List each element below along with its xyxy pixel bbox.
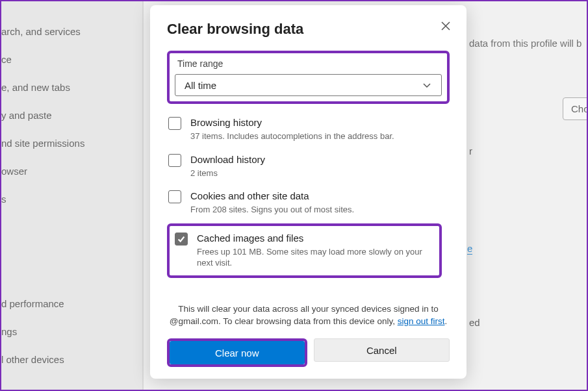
choose-button[interactable]: Cho	[563, 97, 588, 120]
cancel-button[interactable]: Cancel	[314, 338, 450, 362]
chevron-down-icon	[422, 80, 432, 90]
close-icon	[441, 21, 451, 31]
nav-item[interactable]: d performance	[1, 298, 142, 309]
list-item-cached: Cached images and files Frees up 101 MB.…	[173, 229, 435, 273]
checkbox-browsing-history[interactable]	[168, 117, 181, 130]
highlight-time-range: Time range All time	[167, 51, 450, 104]
nav-item[interactable]: y and paste	[1, 110, 142, 121]
list-item-download-history: Download history 2 items	[167, 150, 442, 187]
clear-browsing-data-dialog: Clear browsing data Time range All time …	[150, 5, 467, 379]
nav-item[interactable]: e, and new tabs	[1, 82, 142, 93]
nav-item[interactable]: ce	[1, 54, 142, 65]
time-range-value: All time	[185, 80, 216, 91]
checkbox-cached[interactable]	[175, 233, 188, 246]
highlight-clear-now: Clear now	[167, 338, 307, 367]
time-range-label: Time range	[177, 58, 443, 69]
item-desc: 2 items	[190, 168, 265, 179]
nav-item[interactable]: l other devices	[1, 354, 142, 365]
dialog-title: Clear browsing data	[167, 21, 450, 38]
sign-out-link[interactable]: sign out first	[398, 316, 445, 326]
list-item-cookies: Cookies and other site data From 208 sit…	[167, 186, 442, 223]
close-button[interactable]	[437, 17, 455, 35]
checkbox-download-history[interactable]	[168, 154, 181, 167]
time-range-select[interactable]: All time	[175, 74, 442, 96]
bg-text-fragment: data from this profile will b	[469, 38, 588, 49]
item-desc: 37 items. Includes autocompletions in th…	[190, 131, 394, 142]
checkbox-cookies[interactable]	[168, 190, 181, 203]
settings-nav: arch, and services ce e, and new tabs y …	[1, 26, 142, 365]
item-desc: From 208 sites. Signs you out of most si…	[190, 204, 354, 216]
bg-text-fragment: ed	[469, 317, 480, 328]
bg-link-fragment[interactable]: e	[467, 243, 472, 255]
item-title: Browsing history	[190, 117, 394, 128]
bg-text-fragment: r	[469, 145, 472, 157]
list-item-browsing-history: Browsing history 37 items. Includes auto…	[167, 113, 442, 150]
item-title: Download history	[190, 154, 265, 165]
nav-item[interactable]: ngs	[1, 326, 142, 337]
nav-item[interactable]: s	[1, 194, 142, 205]
dialog-buttons: Clear now Cancel	[167, 338, 450, 367]
sync-note: This will clear your data across all you…	[167, 303, 450, 328]
data-types-list[interactable]: Browsing history 37 items. Includes auto…	[167, 113, 450, 296]
item-title: Cached images and files	[197, 233, 434, 244]
highlight-cached: Cached images and files Frees up 101 MB.…	[167, 223, 442, 278]
nav-item[interactable]: nd site permissions	[1, 138, 142, 149]
nav-item[interactable]: owser	[1, 166, 142, 177]
clear-now-button[interactable]: Clear now	[170, 341, 305, 364]
item-title: Cookies and other site data	[190, 190, 354, 201]
checkmark-icon	[177, 234, 186, 244]
nav-item[interactable]: arch, and services	[1, 26, 142, 37]
item-desc: Frees up 101 MB. Some sites may load mor…	[197, 246, 434, 269]
